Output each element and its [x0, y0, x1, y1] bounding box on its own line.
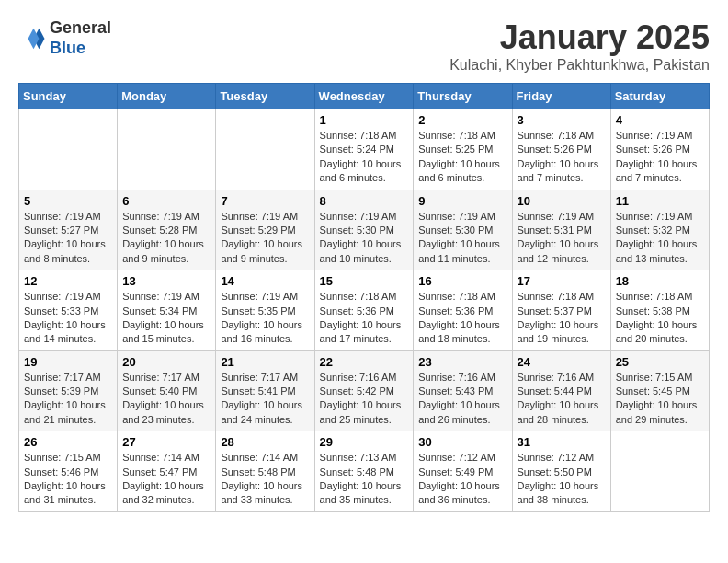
logo: General Blue: [18, 18, 111, 58]
day-number: 15: [320, 274, 409, 288]
column-header-friday: Friday: [512, 84, 610, 109]
day-number: 8: [320, 194, 409, 208]
day-number: 22: [320, 355, 409, 369]
day-info: Sunrise: 7:18 AM Sunset: 5:36 PM Dayligh…: [418, 290, 506, 347]
day-number: 12: [24, 274, 112, 288]
day-number: 24: [518, 355, 606, 369]
day-number: 7: [221, 194, 309, 208]
day-info: Sunrise: 7:13 AM Sunset: 5:48 PM Dayligh…: [320, 451, 409, 508]
day-number: 10: [518, 194, 606, 208]
calendar-cell: 30Sunrise: 7:12 AM Sunset: 5:49 PM Dayli…: [414, 431, 512, 512]
day-info: Sunrise: 7:17 AM Sunset: 5:41 PM Dayligh…: [221, 371, 309, 428]
calendar-cell: 1Sunrise: 7:18 AM Sunset: 5:24 PM Daylig…: [314, 109, 414, 190]
calendar-cell: 31Sunrise: 7:12 AM Sunset: 5:50 PM Dayli…: [512, 431, 610, 512]
calendar-cell: 14Sunrise: 7:19 AM Sunset: 5:35 PM Dayli…: [216, 270, 314, 351]
calendar-cell: 20Sunrise: 7:17 AM Sunset: 5:40 PM Dayli…: [118, 350, 216, 431]
calendar-cell: 7Sunrise: 7:19 AM Sunset: 5:29 PM Daylig…: [216, 190, 314, 270]
day-info: Sunrise: 7:15 AM Sunset: 5:45 PM Dayligh…: [616, 371, 704, 428]
day-info: Sunrise: 7:12 AM Sunset: 5:50 PM Dayligh…: [518, 451, 606, 508]
day-number: 4: [616, 113, 704, 127]
day-number: 26: [24, 435, 112, 449]
day-info: Sunrise: 7:16 AM Sunset: 5:42 PM Dayligh…: [320, 371, 409, 428]
calendar-cell: 16Sunrise: 7:18 AM Sunset: 5:36 PM Dayli…: [414, 270, 512, 351]
day-number: 14: [221, 274, 309, 288]
day-number: 20: [122, 355, 210, 369]
calendar-cell: 6Sunrise: 7:19 AM Sunset: 5:28 PM Daylig…: [118, 190, 216, 270]
calendar-cell: 25Sunrise: 7:15 AM Sunset: 5:45 PM Dayli…: [610, 350, 709, 431]
day-info: Sunrise: 7:18 AM Sunset: 5:36 PM Dayligh…: [320, 290, 409, 347]
location-subtitle: Kulachi, Khyber Pakhtunkhwa, Pakistan: [449, 57, 710, 74]
column-header-tuesday: Tuesday: [216, 84, 314, 109]
day-info: Sunrise: 7:14 AM Sunset: 5:48 PM Dayligh…: [221, 451, 309, 508]
day-number: 19: [24, 355, 112, 369]
day-number: 6: [122, 194, 210, 208]
calendar-cell: 3Sunrise: 7:18 AM Sunset: 5:26 PM Daylig…: [512, 109, 610, 190]
column-header-monday: Monday: [118, 84, 216, 109]
day-info: Sunrise: 7:15 AM Sunset: 5:46 PM Dayligh…: [24, 451, 112, 508]
calendar-cell: 18Sunrise: 7:18 AM Sunset: 5:38 PM Dayli…: [610, 270, 709, 351]
calendar-cell: 19Sunrise: 7:17 AM Sunset: 5:39 PM Dayli…: [19, 350, 118, 431]
calendar-cell: 5Sunrise: 7:19 AM Sunset: 5:27 PM Daylig…: [19, 190, 118, 270]
day-info: Sunrise: 7:19 AM Sunset: 5:28 PM Dayligh…: [122, 210, 210, 267]
day-info: Sunrise: 7:19 AM Sunset: 5:27 PM Dayligh…: [24, 210, 112, 267]
logo-general-text: General: [50, 18, 111, 37]
calendar-cell: 21Sunrise: 7:17 AM Sunset: 5:41 PM Dayli…: [216, 350, 314, 431]
calendar-table: SundayMondayTuesdayWednesdayThursdayFrid…: [18, 83, 710, 512]
column-header-thursday: Thursday: [414, 84, 512, 109]
day-number: 25: [616, 355, 704, 369]
day-number: 2: [418, 113, 506, 127]
day-number: 1: [320, 113, 409, 127]
week-row-2: 5Sunrise: 7:19 AM Sunset: 5:27 PM Daylig…: [19, 190, 710, 270]
logo-icon: [18, 25, 46, 52]
calendar-cell: 13Sunrise: 7:19 AM Sunset: 5:34 PM Dayli…: [118, 270, 216, 351]
day-info: Sunrise: 7:18 AM Sunset: 5:37 PM Dayligh…: [518, 290, 606, 347]
day-info: Sunrise: 7:19 AM Sunset: 5:30 PM Dayligh…: [418, 210, 506, 267]
day-info: Sunrise: 7:19 AM Sunset: 5:33 PM Dayligh…: [24, 290, 112, 347]
day-number: 30: [418, 435, 506, 449]
calendar-cell: [118, 109, 216, 190]
calendar-cell: 12Sunrise: 7:19 AM Sunset: 5:33 PM Dayli…: [19, 270, 118, 351]
day-info: Sunrise: 7:12 AM Sunset: 5:49 PM Dayligh…: [418, 451, 506, 508]
calendar-cell: 26Sunrise: 7:15 AM Sunset: 5:46 PM Dayli…: [19, 431, 118, 512]
day-info: Sunrise: 7:18 AM Sunset: 5:24 PM Dayligh…: [320, 129, 409, 186]
column-header-sunday: Sunday: [19, 84, 118, 109]
day-info: Sunrise: 7:19 AM Sunset: 5:34 PM Dayligh…: [122, 290, 210, 347]
day-info: Sunrise: 7:17 AM Sunset: 5:40 PM Dayligh…: [122, 371, 210, 428]
calendar-cell: 28Sunrise: 7:14 AM Sunset: 5:48 PM Dayli…: [216, 431, 314, 512]
calendar-cell: 22Sunrise: 7:16 AM Sunset: 5:42 PM Dayli…: [314, 350, 414, 431]
week-row-4: 19Sunrise: 7:17 AM Sunset: 5:39 PM Dayli…: [19, 350, 710, 431]
day-number: 27: [122, 435, 210, 449]
calendar-cell: 2Sunrise: 7:18 AM Sunset: 5:25 PM Daylig…: [414, 109, 512, 190]
calendar-cell: 4Sunrise: 7:19 AM Sunset: 5:26 PM Daylig…: [610, 109, 709, 190]
day-info: Sunrise: 7:19 AM Sunset: 5:30 PM Dayligh…: [320, 210, 409, 267]
calendar-cell: [19, 109, 118, 190]
day-number: 29: [320, 435, 409, 449]
day-number: 28: [221, 435, 309, 449]
week-row-3: 12Sunrise: 7:19 AM Sunset: 5:33 PM Dayli…: [19, 270, 710, 351]
week-row-5: 26Sunrise: 7:15 AM Sunset: 5:46 PM Dayli…: [19, 431, 710, 512]
day-info: Sunrise: 7:19 AM Sunset: 5:29 PM Dayligh…: [221, 210, 309, 267]
calendar-cell: [216, 109, 314, 190]
calendar-cell: 29Sunrise: 7:13 AM Sunset: 5:48 PM Dayli…: [314, 431, 414, 512]
month-title: January 2025: [449, 18, 710, 57]
day-info: Sunrise: 7:19 AM Sunset: 5:26 PM Dayligh…: [616, 129, 704, 186]
calendar-cell: 11Sunrise: 7:19 AM Sunset: 5:32 PM Dayli…: [610, 190, 709, 270]
column-header-wednesday: Wednesday: [314, 84, 414, 109]
column-header-saturday: Saturday: [610, 84, 709, 109]
day-number: 11: [616, 194, 704, 208]
day-number: 5: [24, 194, 112, 208]
title-block: January 2025 Kulachi, Khyber Pakhtunkhwa…: [449, 18, 710, 74]
day-info: Sunrise: 7:14 AM Sunset: 5:47 PM Dayligh…: [122, 451, 210, 508]
day-info: Sunrise: 7:19 AM Sunset: 5:32 PM Dayligh…: [616, 210, 704, 267]
day-info: Sunrise: 7:18 AM Sunset: 5:38 PM Dayligh…: [616, 290, 704, 347]
day-number: 9: [418, 194, 506, 208]
day-info: Sunrise: 7:17 AM Sunset: 5:39 PM Dayligh…: [24, 371, 112, 428]
calendar-cell: 23Sunrise: 7:16 AM Sunset: 5:43 PM Dayli…: [414, 350, 512, 431]
calendar-cell: 17Sunrise: 7:18 AM Sunset: 5:37 PM Dayli…: [512, 270, 610, 351]
day-info: Sunrise: 7:16 AM Sunset: 5:43 PM Dayligh…: [418, 371, 506, 428]
day-number: 16: [418, 274, 506, 288]
calendar-cell: [610, 431, 709, 512]
calendar-cell: 27Sunrise: 7:14 AM Sunset: 5:47 PM Dayli…: [118, 431, 216, 512]
calendar-cell: 24Sunrise: 7:16 AM Sunset: 5:44 PM Dayli…: [512, 350, 610, 431]
calendar-cell: 15Sunrise: 7:18 AM Sunset: 5:36 PM Dayli…: [314, 270, 414, 351]
